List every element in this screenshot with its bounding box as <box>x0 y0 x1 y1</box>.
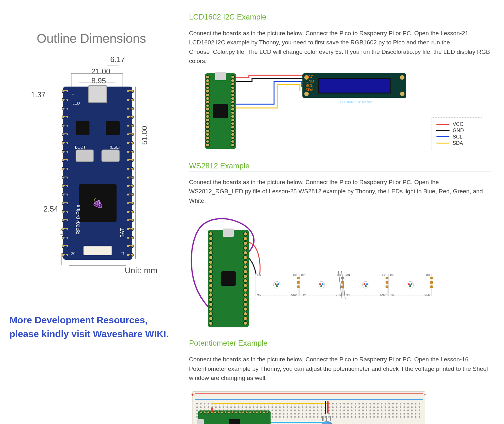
legend-swatch-sda <box>436 143 450 144</box>
svg-point-10 <box>277 283 279 285</box>
battery-connector <box>83 246 112 255</box>
board-label-product: RP2040-Plus <box>76 205 81 235</box>
board-label-led: LED <box>72 101 80 105</box>
section-lcd1602: LCD1602 I2C Example Connect the boards a… <box>189 13 491 153</box>
board-pin-20: 20 <box>71 252 75 256</box>
wire-legend: VCC GND SCL SDA <box>432 117 482 150</box>
legend-swatch-vcc <box>436 124 450 125</box>
svg-line-25 <box>341 271 345 299</box>
section-title-lcd1602: LCD1602 I2C Example <box>189 13 491 23</box>
jumper-red-1 <box>211 407 213 412</box>
pico-on-breadboard <box>198 410 271 424</box>
legend-label-scl: SCL <box>453 134 462 140</box>
rp2040-chip: 🍇 <box>79 184 117 222</box>
chip-row <box>76 121 120 135</box>
diagram-potentiometer: + – + – + – + – <box>189 388 491 424</box>
rail-plus-top-left: + <box>191 392 194 397</box>
svg-point-19 <box>365 285 367 287</box>
dim-51-00: 51.00 <box>140 126 149 145</box>
board-pin-21: 21 <box>121 252 125 256</box>
wiki-callout-link[interactable]: More Development Resources, please kindl… <box>6 313 176 341</box>
jumper-black <box>325 401 326 414</box>
svg-point-14 <box>322 283 324 285</box>
section-potentiometer: Potentiometer Example Connect the boards… <box>189 339 491 424</box>
boot-button <box>76 150 94 162</box>
section-title-ws2812: WS2812 Example <box>189 161 491 172</box>
diagram-lcd1602: VCC GND SCL SDA LCD1602 RGB Module VCC G… <box>189 71 491 153</box>
pico-board-ws2812 <box>208 230 249 327</box>
legend-label-vcc: VCC <box>453 122 463 127</box>
dim-6-17: 6.17 <box>110 55 125 64</box>
svg-point-21 <box>408 283 410 285</box>
section-body-potentiometer: Connect the boards as in the picture bel… <box>189 355 491 382</box>
svg-point-11 <box>276 285 278 287</box>
breadboard: + – + – + – + – <box>192 391 425 424</box>
pin-header-left <box>62 87 69 260</box>
rail-minus-top-left: – <box>191 397 194 402</box>
jumper-yellow-1 <box>211 403 327 404</box>
svg-point-13 <box>319 283 321 285</box>
pico-board-lcd <box>205 73 236 149</box>
outline-dimensions-title: Outline Dimensions <box>37 31 146 46</box>
section-body-lcd1602: Connect the boards as in the picture bel… <box>189 29 491 66</box>
svg-point-23 <box>409 285 411 287</box>
section-body-ws2812: Connect the boards as in the picture bel… <box>189 178 491 205</box>
rail-minus-top-right: – <box>424 397 426 402</box>
jumper-cyan <box>271 422 328 423</box>
pin-header-right <box>127 87 134 260</box>
reset-button <box>101 150 120 162</box>
svg-line-24 <box>338 271 342 299</box>
svg-point-20 <box>407 281 414 288</box>
raspberry-icon: 🍇 <box>92 198 103 208</box>
board-dimension-figure: 6.17 21.00 8.95 1.37 51.00 2.54 1.61 17.… <box>19 55 164 275</box>
board-label-reset: RESET <box>108 145 121 150</box>
svg-point-9 <box>275 283 277 285</box>
jumper-red-2 <box>327 401 329 414</box>
strip-cut-icon <box>337 271 346 299</box>
svg-point-15 <box>320 285 322 287</box>
dim-1-37: 1.37 <box>31 90 46 99</box>
rail-plus-top-right: + <box>424 392 426 397</box>
legend-label-gnd: GND <box>453 128 464 133</box>
section-ws2812: WS2812 Example Connect the boards as in … <box>189 161 491 331</box>
board-pin-1: 1 <box>72 91 74 95</box>
svg-point-8 <box>273 281 280 288</box>
svg-point-16 <box>362 281 369 288</box>
board-rp2040-plus: LED 1 BOOT RESET 🍇 RP2040-Plus BAT 20 21 <box>63 87 132 260</box>
board-label-bat: BAT <box>120 228 125 238</box>
legend-swatch-gnd <box>436 130 450 131</box>
section-title-potentiometer: Potentiometer Example <box>189 339 491 349</box>
board-label-boot: BOOT <box>75 145 86 150</box>
lcd-module-caption: LCD1602 RGB Module <box>340 100 372 104</box>
legend-label-sda: SDA <box>453 140 463 146</box>
svg-point-17 <box>364 283 365 285</box>
lcd-wires <box>236 74 309 112</box>
svg-point-18 <box>366 283 368 285</box>
legend-swatch-scl <box>436 136 450 137</box>
dim-2-54: 2.54 <box>43 205 58 213</box>
svg-point-12 <box>318 281 325 288</box>
lcd-pin-labels: VCC GND SCL SDA <box>306 75 474 92</box>
diagram-ws2812: DIN← DO+5VGNDDIN← DO+5VGNDDIN← DO+5VGNDD… <box>189 211 491 331</box>
svg-point-22 <box>410 283 412 285</box>
usb-c-connector <box>88 85 107 103</box>
